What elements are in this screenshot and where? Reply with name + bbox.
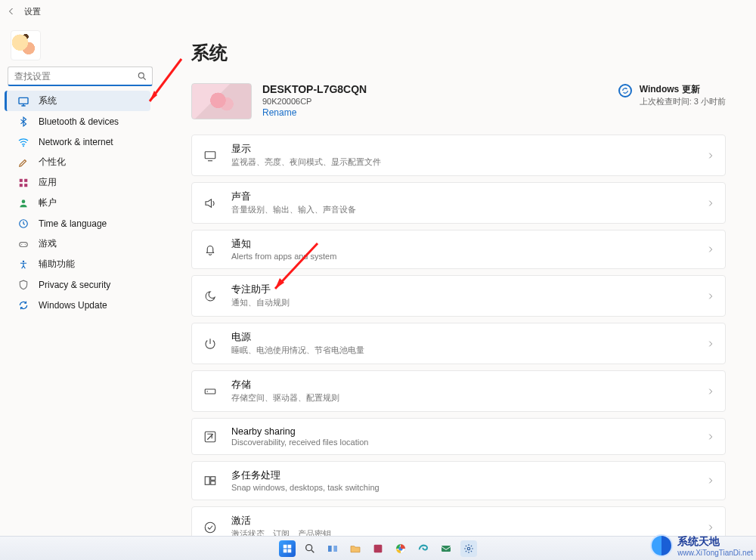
card-activation[interactable]: 激活激活状态、订阅、产品密钥	[191, 506, 726, 536]
chevron-right-icon	[707, 388, 714, 395]
taskbar-settings-icon[interactable]	[460, 540, 477, 557]
taskbar-chrome-icon[interactable]	[392, 540, 409, 557]
taskbar-search-icon[interactable]	[302, 540, 318, 557]
window-title: 设置	[24, 6, 41, 17]
chevron-right-icon	[707, 340, 714, 348]
card-title: 专注助手	[231, 283, 693, 296]
device-info: DESKTOP-L7G8CQN 90K20006CP Rename	[262, 83, 367, 119]
nav-item-privacy[interactable]: Privacy & security	[5, 274, 150, 295]
taskbar-start-icon[interactable]	[279, 540, 296, 557]
svg-rect-17	[205, 477, 209, 485]
card-multitask[interactable]: 多任务处理Snap windows, desktops, task switch…	[191, 461, 726, 500]
card-subtitle: 通知、自动规则	[231, 297, 693, 308]
card-title: 通知	[231, 238, 693, 251]
taskbar-explorer-icon[interactable]	[347, 540, 364, 557]
svg-point-20	[205, 522, 215, 533]
wifi-icon	[17, 136, 29, 148]
card-title: 多任务处理	[231, 469, 693, 482]
device-model: 90K20006CP	[262, 97, 367, 106]
rename-link[interactable]: Rename	[262, 107, 367, 118]
nav-label: 个性化	[39, 156, 66, 169]
svg-rect-19	[211, 481, 215, 485]
power-icon	[203, 336, 218, 351]
back-icon[interactable]	[6, 6, 17, 17]
chevron-right-icon	[707, 292, 714, 300]
watermark-label: 系统天地	[677, 535, 753, 549]
card-title: 显示	[231, 143, 693, 156]
taskbar-office-icon[interactable]	[370, 540, 386, 557]
nav-item-update[interactable]: Windows Update	[5, 295, 150, 315]
watermark: 系统天地 www.XiTongTianDi.net	[650, 534, 753, 557]
display-icon	[203, 148, 218, 163]
update-icon	[17, 299, 29, 311]
card-display[interactable]: 显示监视器、亮度、夜间模式、显示配置文件	[191, 135, 726, 176]
svg-point-15	[207, 391, 209, 392]
card-subtitle: Discoverability, received files location	[231, 438, 693, 447]
svg-rect-28	[288, 549, 292, 552]
search-input[interactable]	[8, 67, 152, 85]
watermark-logo	[650, 534, 673, 557]
gaming-icon	[17, 238, 29, 250]
svg-rect-4	[24, 178, 27, 181]
card-title: 电源	[231, 331, 693, 344]
svg-rect-36	[442, 546, 451, 552]
main-content: 系统 DESKTOP-L7G8CQN 90K20006CP Rename Win…	[155, 23, 756, 536]
user-avatar[interactable]	[11, 30, 41, 60]
device-preview	[191, 83, 252, 119]
page-title: 系统	[191, 41, 726, 65]
refresh-icon	[618, 84, 632, 97]
taskbar-mail-icon[interactable]	[438, 540, 454, 557]
svg-rect-32	[374, 544, 383, 552]
system-icon	[17, 95, 29, 107]
nav-item-accessibility[interactable]: 辅助功能	[5, 254, 150, 274]
update-box[interactable]: Windows 更新 上次检查时间: 3 小时前	[618, 83, 726, 107]
taskbar-taskview-icon[interactable]	[324, 540, 341, 557]
multitask-icon	[203, 473, 218, 488]
notifications-icon	[203, 242, 218, 257]
nav-label: Windows Update	[39, 300, 107, 311]
activation-icon	[203, 520, 218, 535]
card-power[interactable]: 电源睡眠、电池使用情况、节省电池电量	[191, 323, 726, 364]
card-subtitle: 激活状态、订阅、产品密钥	[231, 528, 693, 536]
card-sound[interactable]: 声音音量级别、输出、输入、声音设备	[191, 182, 726, 224]
nav-item-network[interactable]: Network & internet	[5, 131, 150, 152]
nav-label: Time & language	[39, 218, 107, 229]
settings-list: 显示监视器、亮度、夜间模式、显示配置文件 声音音量级别、输出、输入、声音设备 通…	[191, 135, 726, 536]
nav-item-bluetooth[interactable]: Bluetooth & devices	[5, 111, 150, 131]
card-notifications[interactable]: 通知Alerts from apps and system	[191, 230, 726, 269]
nav-label: 帐户	[39, 196, 57, 209]
card-storage[interactable]: 存储存储空间、驱动器、配置规则	[191, 370, 726, 412]
card-title: 声音	[231, 190, 693, 203]
svg-rect-26	[288, 544, 292, 548]
nav-list: 系统 Bluetooth & devices Network & interne…	[3, 91, 152, 315]
svg-point-0	[138, 73, 144, 78]
svg-rect-9	[20, 242, 28, 246]
search-box[interactable]	[8, 67, 153, 86]
svg-rect-30	[328, 546, 332, 552]
chevron-right-icon	[707, 433, 714, 441]
nav-item-gaming[interactable]: 游戏	[5, 234, 150, 254]
nav-item-apps[interactable]: 应用	[5, 172, 150, 193]
sound-icon	[203, 196, 218, 211]
nav-item-system[interactable]: 系统	[5, 91, 150, 111]
taskbar-edge-icon[interactable]	[415, 540, 432, 557]
bluetooth-icon	[17, 116, 29, 128]
update-text: Windows 更新 上次检查时间: 3 小时前	[640, 83, 726, 107]
nav-label: 系统	[39, 94, 57, 107]
svg-rect-1	[19, 97, 28, 104]
chevron-right-icon	[707, 246, 714, 253]
svg-rect-31	[333, 546, 337, 552]
nav-item-personalize[interactable]: 个性化	[5, 152, 150, 172]
nav-item-time[interactable]: Time & language	[5, 213, 150, 234]
svg-point-29	[306, 544, 312, 550]
chevron-right-icon	[707, 477, 714, 484]
nav-label: Network & internet	[39, 137, 113, 147]
nav-label: Bluetooth & devices	[39, 116, 119, 127]
watermark-url: www.XiTongTianDi.net	[677, 549, 753, 557]
account-icon	[17, 197, 29, 209]
nav-item-account[interactable]: 帐户	[5, 193, 150, 213]
card-subtitle: Snap windows, desktops, task switching	[231, 483, 693, 492]
card-focus[interactable]: 专注助手通知、自动规则	[191, 275, 726, 317]
card-title: 激活	[231, 515, 693, 528]
card-nearby[interactable]: Nearby sharingDiscoverability, received …	[191, 418, 726, 455]
